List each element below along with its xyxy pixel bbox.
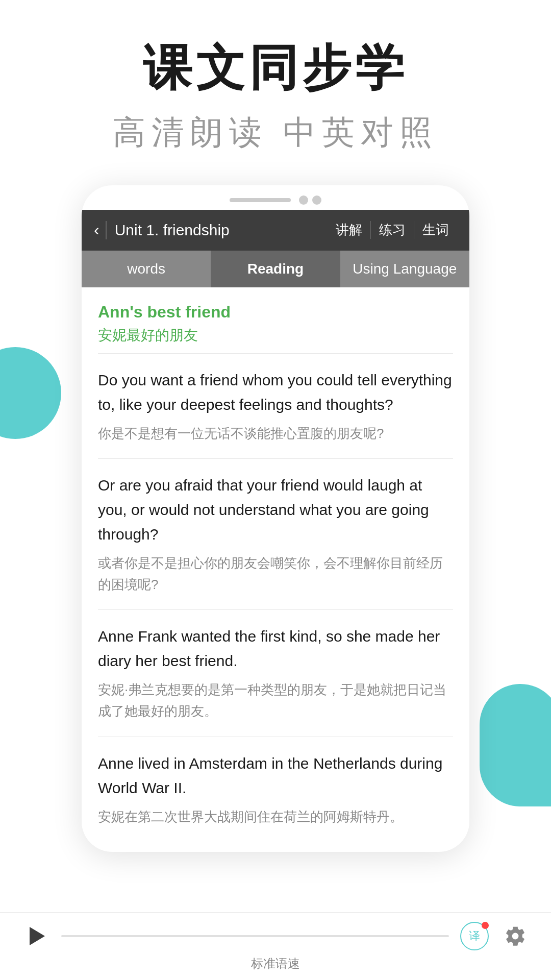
back-button[interactable]: ‹ bbox=[94, 220, 99, 239]
translate-label: 译 bbox=[469, 928, 480, 944]
para-4-zh: 安妮在第二次世界大战期间住在荷兰的阿姆斯特丹。 bbox=[98, 806, 453, 828]
phone-notch-dots bbox=[299, 195, 321, 205]
progress-bar[interactable] bbox=[61, 935, 449, 937]
para-3-en: Anne Frank wanted the first kind, so she… bbox=[98, 624, 453, 673]
phone-notch-bar bbox=[230, 198, 291, 202]
tab-bar: words Reading Using Language bbox=[82, 251, 469, 287]
nav-action-explain[interactable]: 讲解 bbox=[328, 221, 370, 239]
article-title-zh: 安妮最好的朋友 bbox=[98, 326, 453, 345]
main-title: 课文同步学 bbox=[20, 41, 531, 95]
deco-shape-right bbox=[480, 684, 551, 806]
nav-action-practice[interactable]: 练习 bbox=[370, 221, 414, 239]
para-2-en: Or are you afraid that your friend would… bbox=[98, 473, 453, 547]
paragraph-2: Or are you afraid that your friend would… bbox=[98, 459, 453, 610]
gear-icon bbox=[504, 925, 527, 947]
para-2-zh: 或者你是不是担心你的朋友会嘲笑你，会不理解你目前经历的困境呢? bbox=[98, 553, 453, 595]
nav-divider bbox=[106, 221, 107, 239]
translate-dot bbox=[482, 922, 489, 929]
unit-title: Unit 1. friendship bbox=[115, 222, 328, 239]
translate-button[interactable]: 译 bbox=[459, 921, 490, 951]
player-bar: 译 标准语速 bbox=[0, 912, 551, 980]
nav-action-vocabulary[interactable]: 生词 bbox=[414, 221, 457, 239]
para-1-en: Do you want a friend whom you could tell… bbox=[98, 368, 453, 417]
sub-title: 高清朗读 中英对照 bbox=[20, 110, 531, 155]
para-3-zh: 安妮·弗兰克想要的是第一种类型的朋友，于是她就把日记当成了她最好的朋友。 bbox=[98, 679, 453, 722]
header-section: 课文同步学 高清朗读 中英对照 bbox=[0, 0, 551, 185]
para-1-zh: 你是不是想有一位无话不谈能推心置腹的朋友呢? bbox=[98, 423, 453, 445]
paragraph-1: Do you want a friend whom you could tell… bbox=[98, 354, 453, 459]
tab-words[interactable]: words bbox=[82, 251, 211, 287]
tab-reading[interactable]: Reading bbox=[211, 251, 340, 287]
tab-using-language[interactable]: Using Language bbox=[340, 251, 469, 287]
phone-notch-dot-1 bbox=[299, 195, 308, 205]
play-icon bbox=[30, 927, 45, 945]
paragraph-3: Anne Frank wanted the first kind, so she… bbox=[98, 610, 453, 737]
content-area: Ann's best friend 安妮最好的朋友 Do you want a … bbox=[82, 287, 469, 842]
app-navbar: ‹ Unit 1. friendship 讲解 练习 生词 bbox=[82, 210, 469, 251]
para-4-en: Anne lived in Amsterdam in the Netherlan… bbox=[98, 751, 453, 800]
paragraph-4: Anne lived in Amsterdam in the Netherlan… bbox=[98, 737, 453, 842]
speed-label: 标准语速 bbox=[251, 957, 300, 972]
article-title-en: Ann's best friend bbox=[98, 303, 453, 322]
phone-top bbox=[82, 185, 469, 210]
article-title-section: Ann's best friend 安妮最好的朋友 bbox=[98, 287, 453, 354]
deco-circle-left bbox=[0, 347, 61, 439]
settings-button[interactable] bbox=[500, 921, 531, 951]
phone-mockup: ‹ Unit 1. friendship 讲解 练习 生词 words Read… bbox=[82, 185, 469, 852]
phone-notch-dot-2 bbox=[312, 195, 321, 205]
nav-actions: 讲解 练习 生词 bbox=[328, 221, 457, 239]
play-button[interactable] bbox=[20, 921, 51, 951]
